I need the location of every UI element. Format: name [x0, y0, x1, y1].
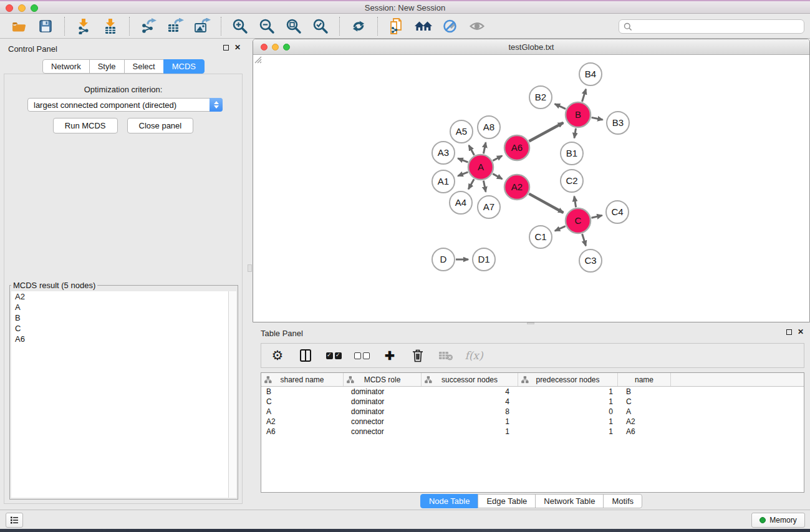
- export-table-icon[interactable]: [164, 16, 186, 37]
- tab-style[interactable]: Style: [89, 59, 125, 74]
- cell[interactable]: 1: [518, 397, 618, 407]
- cell[interactable]: A6: [261, 427, 344, 437]
- add-column-icon[interactable]: ✚: [382, 347, 398, 364]
- show-hide-graphics-icon[interactable]: [466, 16, 488, 37]
- table-row-b[interactable]: Bdominator41B: [261, 387, 804, 397]
- graph-node-A3[interactable]: A3: [432, 142, 455, 164]
- unselect-all-columns-icon[interactable]: [354, 347, 370, 364]
- graph-node-A[interactable]: A: [468, 155, 493, 180]
- graph-edge-A-A3[interactable]: [458, 158, 468, 162]
- graph-node-D1[interactable]: D1: [473, 248, 495, 271]
- graph-edge-A-A1[interactable]: [458, 172, 468, 176]
- tab-select[interactable]: Select: [124, 59, 164, 74]
- graph-edge-C-C3[interactable]: [582, 234, 586, 246]
- open-session-icon[interactable]: [7, 16, 30, 37]
- cell[interactable]: 4: [422, 387, 518, 397]
- graph-node-B1[interactable]: B1: [561, 142, 583, 165]
- graph-node-C4[interactable]: C4: [606, 201, 629, 223]
- task-history-button[interactable]: [6, 513, 23, 528]
- graph-node-B2[interactable]: B2: [529, 86, 552, 109]
- cell[interactable]: C: [618, 397, 671, 407]
- result-item-b[interactable]: B: [11, 312, 228, 323]
- cell[interactable]: A: [261, 407, 344, 417]
- search-field[interactable]: [619, 19, 804, 34]
- graph-edge-A-A2[interactable]: [493, 174, 502, 179]
- home-browser-icon[interactable]: [412, 16, 435, 37]
- select-all-columns-icon[interactable]: [325, 347, 342, 364]
- graph-edge-A2-C[interactable]: [529, 194, 563, 213]
- zoom-fit-icon[interactable]: [282, 16, 305, 37]
- tab-mcds[interactable]: MCDS: [163, 59, 205, 74]
- table-row-a6[interactable]: A6connector11A6: [261, 427, 804, 437]
- panel-divider-handle[interactable]: [248, 264, 252, 272]
- graph-node-B3[interactable]: B3: [607, 112, 629, 134]
- criterion-dropdown[interactable]: largest connected component (directed): [27, 98, 223, 112]
- column-header-name[interactable]: name: [618, 373, 671, 386]
- graph-node-A1[interactable]: A1: [432, 170, 455, 193]
- graph-edge-B-B3[interactable]: [592, 117, 603, 120]
- graph-edge-B-B1[interactable]: [574, 128, 576, 138]
- cell[interactable]: 1: [422, 417, 518, 427]
- graph-node-A4[interactable]: A4: [450, 191, 472, 214]
- tab-node-table[interactable]: Node Table: [420, 494, 479, 508]
- cell[interactable]: 0: [518, 407, 618, 417]
- cell[interactable]: A: [618, 407, 671, 417]
- search-input[interactable]: [635, 21, 804, 32]
- horizontal-divider-handle[interactable]: [527, 322, 534, 324]
- graph-edge-A-A5[interactable]: [469, 145, 475, 155]
- graph-node-B[interactable]: B: [566, 102, 591, 127]
- show-columns-icon[interactable]: [297, 347, 314, 364]
- graph-node-C1[interactable]: C1: [529, 226, 552, 248]
- graph-edge-C-C4[interactable]: [592, 215, 602, 218]
- refresh-layout-icon[interactable]: [347, 16, 370, 37]
- cell[interactable]: dominator: [344, 407, 422, 417]
- close-table-panel-icon[interactable]: ✕: [798, 329, 804, 336]
- graph-edge-A6-B[interactable]: [529, 123, 563, 142]
- close-panel-icon[interactable]: ✕: [234, 44, 241, 51]
- cell[interactable]: B: [618, 387, 671, 397]
- result-item-c[interactable]: C: [11, 323, 228, 334]
- column-header-shared-name[interactable]: shared name: [261, 373, 344, 386]
- graph-edge-A-A7[interactable]: [483, 181, 486, 192]
- table-row-a2[interactable]: A2connector11A2: [261, 417, 804, 427]
- cell[interactable]: A2: [618, 417, 671, 427]
- cell[interactable]: dominator: [344, 397, 422, 407]
- cell[interactable]: 1: [518, 387, 618, 397]
- export-network-icon[interactable]: [137, 16, 160, 37]
- cell[interactable]: A6: [618, 427, 671, 437]
- zoom-selected-icon[interactable]: [309, 16, 332, 37]
- import-network-icon[interactable]: [72, 16, 95, 37]
- cell[interactable]: 1: [518, 427, 618, 437]
- float-panel-icon[interactable]: [223, 45, 229, 51]
- export-image-icon[interactable]: [191, 16, 213, 37]
- import-table-icon[interactable]: [99, 16, 122, 37]
- save-session-icon[interactable]: [34, 16, 57, 37]
- graph-node-A8[interactable]: A8: [478, 116, 500, 138]
- float-table-panel-icon[interactable]: [786, 329, 792, 335]
- hide-annotations-icon[interactable]: [439, 16, 461, 37]
- tab-motifs[interactable]: Motifs: [603, 494, 642, 508]
- cell[interactable]: 1: [518, 417, 618, 427]
- close-panel-button[interactable]: Close panel: [127, 118, 194, 133]
- result-item-a[interactable]: A: [11, 302, 228, 312]
- memory-button[interactable]: Memory: [751, 513, 805, 528]
- column-header-MCDS-role[interactable]: MCDS role: [344, 373, 422, 386]
- cell[interactable]: 4: [422, 397, 518, 407]
- graph-edge-A-A8[interactable]: [483, 143, 486, 154]
- delete-column-icon[interactable]: [410, 347, 426, 364]
- zoom-out-icon[interactable]: [256, 16, 278, 37]
- cell[interactable]: B: [261, 387, 344, 397]
- graph-node-C[interactable]: C: [566, 208, 591, 233]
- cell[interactable]: C: [261, 397, 344, 407]
- zoom-in-icon[interactable]: [229, 16, 251, 37]
- cell[interactable]: dominator: [344, 387, 422, 397]
- graph-node-A2[interactable]: A2: [504, 175, 529, 200]
- cell[interactable]: 8: [422, 407, 518, 417]
- table-row-a[interactable]: Adominator80A: [261, 407, 804, 417]
- network-from-file-icon[interactable]: [385, 16, 408, 37]
- graph-node-A5[interactable]: A5: [450, 120, 473, 143]
- result-item-a2[interactable]: A2: [11, 291, 228, 302]
- graph-edge-C-C2[interactable]: [574, 196, 576, 208]
- graph-node-A6[interactable]: A6: [504, 135, 529, 160]
- graph-edge-B-B4[interactable]: [582, 89, 586, 102]
